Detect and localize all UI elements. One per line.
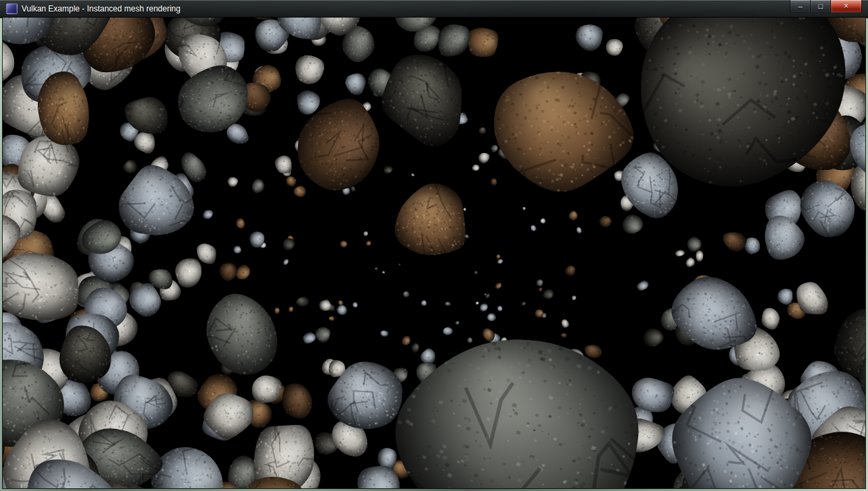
- close-button[interactable]: ×: [831, 0, 862, 13]
- viewport-canvas[interactable]: [3, 18, 865, 488]
- app-icon: [6, 3, 18, 14]
- minimize-button[interactable]: –: [790, 0, 810, 13]
- window-controls: – □ ×: [790, 0, 862, 13]
- title-bar[interactable]: Vulkan Example - Instanced mesh renderin…: [0, 0, 868, 18]
- window-title: Vulkan Example - Instanced mesh renderin…: [22, 0, 181, 18]
- maximize-button[interactable]: □: [810, 0, 831, 13]
- app-window: Vulkan Example - Instanced mesh renderin…: [0, 0, 868, 491]
